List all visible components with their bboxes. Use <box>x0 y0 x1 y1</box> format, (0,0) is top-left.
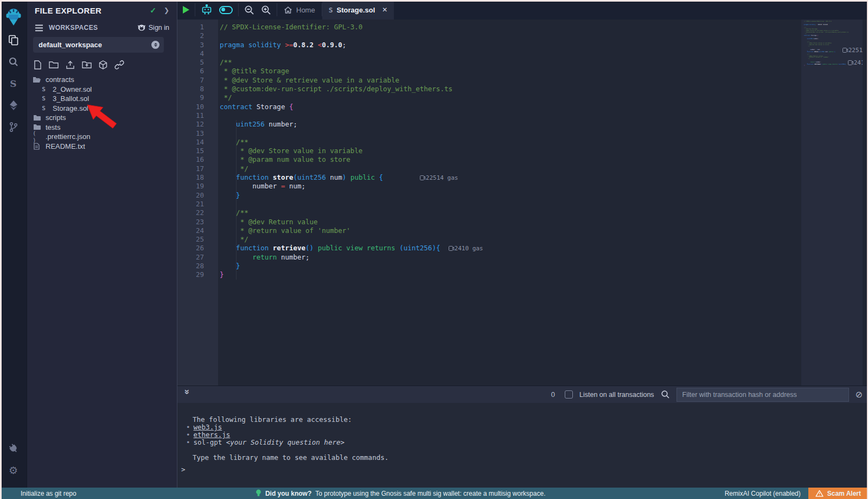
editor-minimap[interactable]: // SPDX-License-Identifier: GPL-3.0pragm… <box>801 20 863 386</box>
workspace-select[interactable]: default_workspace <box>33 37 164 53</box>
sidebar-item-file-explorer[interactable] <box>0 29 27 51</box>
file-label: contracts <box>46 75 74 84</box>
line-number: 1 <box>177 23 218 31</box>
tree-item-tests[interactable]: tests <box>27 123 177 132</box>
git-icon <box>9 122 18 132</box>
tree-item-2-owner-sol[interactable]: S2_Owner.sol <box>27 85 177 94</box>
tree-item--prettierrc-json[interactable]: ( ).prettierrc.json <box>27 132 177 142</box>
collapse-terminal-icon[interactable]: » <box>182 389 193 400</box>
file-label: .prettierrc.json <box>46 132 90 141</box>
terminal-line <box>177 446 868 454</box>
tree-item-contracts[interactable]: contracts <box>27 75 177 85</box>
file-explorer-toolbar <box>27 53 177 74</box>
terminal-line: •web3.js <box>177 424 868 431</box>
solidity-icon: S <box>40 105 48 112</box>
line-number: 3 <box>177 41 218 49</box>
solidity-icon: S <box>40 95 48 102</box>
tree-item-storage-sol[interactable]: SStorage.sol <box>27 104 177 113</box>
terminal-line: •sol-gpt <your Solidity question here> <box>177 439 868 446</box>
git-init-button[interactable]: Initialize as git repo <box>0 490 76 497</box>
clear-console-icon[interactable]: ⊘ <box>856 389 863 400</box>
listen-label: Listen on all transactions <box>579 391 654 399</box>
new-file-icon[interactable] <box>34 60 42 70</box>
terminal-line: •ethers.js <box>177 431 868 439</box>
sidebar-item-git[interactable] <box>0 116 27 138</box>
line-number: 20 <box>177 191 218 200</box>
line-number: 26 <box>177 244 218 252</box>
line-number: 27 <box>177 253 218 262</box>
upload-folder-icon[interactable] <box>82 61 92 69</box>
line-number: 4 <box>177 49 218 58</box>
scam-alert-button[interactable]: Scam Alert <box>808 488 868 499</box>
did-you-know-tip: Did you know? To prototype using the Gno… <box>256 489 546 497</box>
settings-gear-icon: ⚙ <box>9 464 18 477</box>
tip-bold: Did you know? <box>265 490 311 497</box>
folder-open-icon <box>33 77 41 83</box>
tip-text: To prototype using the Gnosis safe multi… <box>315 490 545 497</box>
sidebar-item-solidity-compiler[interactable]: S <box>0 73 27 94</box>
workspace-sort-icon <box>151 41 159 49</box>
solidity-icon: S <box>329 6 333 14</box>
file-explorer-panel: FILE EXPLORER ✓ ❯ WORKSPACES Sign in def… <box>27 0 177 488</box>
sidebar-item-search[interactable] <box>0 51 27 73</box>
terminal-link-ethers-js[interactable]: ethers.js <box>194 431 231 439</box>
close-tab-icon[interactable]: ✕ <box>382 6 387 14</box>
code-content: 1// SPDX-License-Identifier: GPL-3.023pr… <box>177 20 868 280</box>
home-icon <box>284 6 292 14</box>
github-icon <box>137 24 146 31</box>
zoom-in-icon[interactable] <box>261 5 271 15</box>
file-label: Storage.sol <box>53 104 88 112</box>
line-number: 23 <box>177 218 218 226</box>
sign-in-label: Sign in <box>149 24 169 31</box>
line-number: 14 <box>177 138 218 147</box>
ipfs-box-icon[interactable] <box>99 60 107 70</box>
json-icon: ( ) <box>33 130 41 144</box>
upload-file-icon[interactable] <box>66 60 75 70</box>
sidebar-item-plugin-manager[interactable] <box>0 438 27 459</box>
status-bar: Initialize as git repo Did you know? To … <box>0 488 868 499</box>
window-edge <box>0 0 868 2</box>
file-explorer-icon <box>8 34 20 46</box>
terminal-prompt[interactable]: > <box>181 466 186 473</box>
panel-title: FILE EXPLORER <box>35 6 150 15</box>
chevron-right-icon[interactable]: ❯ <box>164 7 169 14</box>
tree-item-3-ballot-sol[interactable]: S3_Ballot.sol <box>27 94 177 104</box>
transaction-filter-input[interactable] <box>676 388 849 402</box>
tab-storage-sol[interactable]: S Storage.sol ✕ <box>322 0 394 20</box>
run-script-button[interactable] <box>183 6 189 14</box>
line-number: 12 <box>177 120 218 129</box>
sign-in-button[interactable]: Sign in <box>137 24 169 31</box>
file-label: README.txt <box>46 142 85 150</box>
line-number: 24 <box>177 226 218 235</box>
sidebar-item-deploy-run[interactable] <box>0 94 27 116</box>
terminal[interactable]: The following libraries are accessible:•… <box>177 403 868 488</box>
zoom-out-icon[interactable] <box>244 5 254 15</box>
line-number: 22 <box>177 209 218 217</box>
terminal-line: The following libraries are accessible: <box>177 416 868 424</box>
line-number: 7 <box>177 76 218 85</box>
search-icon[interactable] <box>661 390 670 399</box>
hamburger-menu-icon[interactable] <box>35 24 43 31</box>
sidebar-item-settings[interactable]: ⚙ <box>0 459 27 481</box>
ai-copilot-robot-icon[interactable] <box>201 4 213 16</box>
scam-alert-label: Scam Alert <box>827 490 861 497</box>
window-edge <box>0 0 2 499</box>
copilot-status[interactable]: RemixAI Copilot (enabled) <box>725 490 801 497</box>
new-folder-icon[interactable] <box>49 61 59 69</box>
tab-label: Home <box>296 6 315 14</box>
copilot-toggle[interactable] <box>219 6 233 14</box>
line-number: 9 <box>177 93 218 102</box>
tab-home[interactable]: Home <box>277 0 322 20</box>
terminal-link-web3-js[interactable]: web3.js <box>194 423 222 431</box>
code-editor[interactable]: 1// SPDX-License-Identifier: GPL-3.023pr… <box>177 20 868 386</box>
listen-all-transactions-checkbox[interactable] <box>565 390 573 399</box>
tree-item-readme-txt[interactable]: README.txt <box>27 142 177 151</box>
line-number: 10 <box>177 103 218 111</box>
remix-ide: S ⚙ FILE EXPLORER ✓ ❯ <box>0 0 868 488</box>
activity-bar: S ⚙ <box>0 0 27 488</box>
line-number: 16 <box>177 155 218 164</box>
link-icon[interactable] <box>114 60 124 70</box>
remix-logo-icon <box>5 8 22 27</box>
remix-logo[interactable] <box>0 5 27 29</box>
tree-item-scripts[interactable]: scripts <box>27 113 177 123</box>
